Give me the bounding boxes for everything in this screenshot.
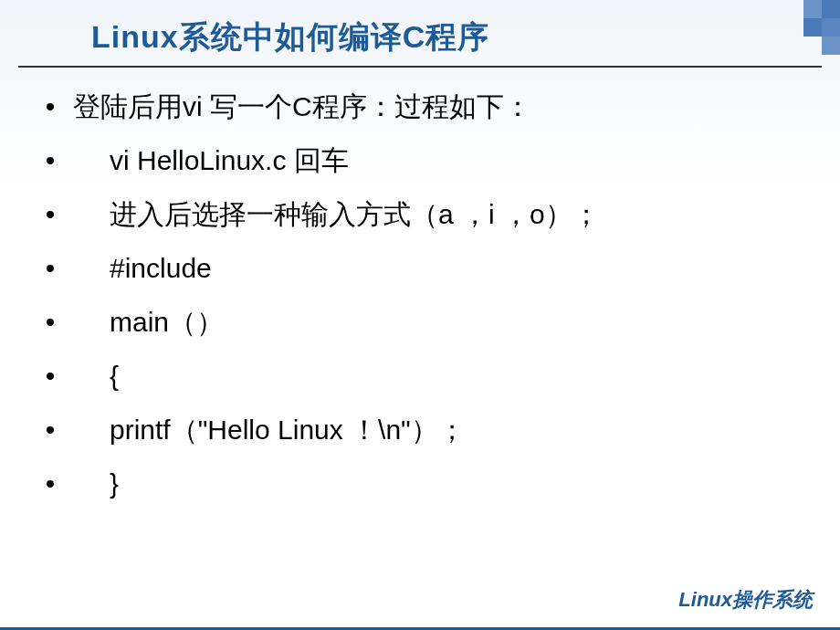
bullet-text: 进入后选择一种输入方式（a ，i ，o）； (110, 194, 813, 235)
bullet-text: printf（"Hello Linux ！\n"）； (110, 409, 813, 450)
slide-title: Linux系统中如何编译C程序 (0, 0, 840, 58)
list-item: • { (27, 355, 813, 396)
bullet-text: #include (110, 247, 813, 289)
decor-square (803, 0, 822, 18)
bullet-icon: • (27, 194, 73, 235)
bullet-icon: • (27, 86, 73, 127)
bullet-text: vi HelloLinux.c 回车 (110, 140, 813, 181)
bullet-text: 登陆后用vi 写一个C程序：过程如下： (73, 86, 813, 127)
list-item: • 登陆后用vi 写一个C程序：过程如下： (27, 86, 813, 127)
footer-text: Linux操作系统 (678, 586, 813, 614)
corner-decoration (785, 0, 840, 55)
bullet-text: main（） (110, 301, 813, 342)
decor-square (822, 18, 840, 37)
list-item: • 进入后选择一种输入方式（a ，i ，o）； (27, 194, 813, 235)
decor-square (803, 18, 822, 37)
list-item: • vi HelloLinux.c 回车 (27, 140, 813, 181)
list-item: • printf（"Hello Linux ！\n"）； (27, 409, 813, 450)
bullet-text: { (110, 355, 813, 396)
decor-square (822, 0, 840, 18)
bullet-icon: • (27, 247, 73, 289)
bullet-icon: • (27, 140, 73, 181)
slide-content: • 登陆后用vi 写一个C程序：过程如下： • vi HelloLinux.c … (0, 68, 840, 504)
bullet-icon: • (27, 355, 73, 396)
bullet-text: } (110, 463, 813, 504)
decor-square (822, 37, 840, 55)
list-item: • #include (27, 247, 813, 289)
bullet-icon: • (27, 409, 73, 450)
list-item: • } (27, 463, 813, 504)
list-item: • main（） (27, 301, 813, 342)
bullet-icon: • (27, 463, 73, 504)
bullet-icon: • (27, 301, 73, 342)
